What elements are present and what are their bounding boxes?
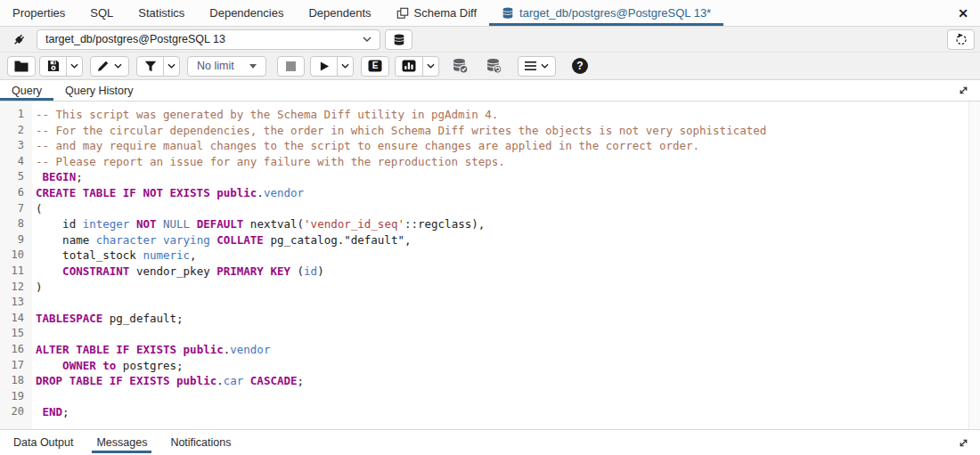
tab-query-history[interactable]: Query History [53,80,144,101]
code-line: 17 OWNER to postgres; [0,358,980,374]
line-number: 10 [0,248,32,264]
filter-icon [144,61,157,72]
line-number: 11 [0,264,32,280]
pgadmin-query-tool-window: Properties SQL Statistics Dependencies D… [0,0,980,455]
save-file-button[interactable] [39,56,67,77]
rollback-button[interactable] [480,56,507,77]
database-icon [502,6,514,20]
code-line: 4-- Please report an issue for any failu… [0,154,980,170]
tab-query[interactable]: Query [0,80,53,101]
expand-icon [958,85,969,96]
chevron-down-icon [167,63,176,69]
save-options-dropdown[interactable] [66,56,83,77]
expand-output-button[interactable] [947,430,980,455]
open-file-icon [14,61,29,72]
macro-list-icon [525,61,536,71]
chevron-down-icon [541,63,549,69]
macro-menu-button[interactable] [518,56,556,77]
code-line: 1-- This script was generated by the Sch… [0,107,980,123]
svg-text:?: ? [576,60,583,72]
svg-text:E: E [372,61,379,70]
tab-notifications[interactable]: Notifications [159,430,242,455]
edit-menu-button[interactable] [90,56,129,77]
plug-icon [11,31,28,48]
code-line: 12) [0,280,980,296]
commit-button[interactable] [446,56,473,77]
edit-pencil-icon [97,60,110,72]
code-line: 2-- For the circular dependencies, the o… [0,123,980,139]
line-number: 5 [0,169,32,185]
code-line: 20 END; [0,404,980,420]
save-icon [47,60,60,72]
code-line: 7( [0,201,980,217]
line-number: 15 [0,326,32,342]
explain-analyze-button[interactable] [395,56,423,77]
code-line: 5 BEGIN; [0,169,980,185]
code-line: 6CREATE TABLE IF NOT EXISTS public.vendo… [0,185,980,201]
tab-statistics[interactable]: Statistics [126,0,197,26]
code-line: 8 id integer NOT NULL DEFAULT nextval('v… [0,216,980,232]
explain-icon: E [368,60,382,72]
line-number: 3 [0,138,32,154]
connection-bar: target_db/postgres@PostgreSQL 13 [0,27,980,53]
chevron-down-icon [114,63,122,69]
tab-query-tool-target-db[interactable]: target_db/postgres@PostgreSQL 13* [489,0,723,26]
code-line: 13 [0,295,980,311]
explain-analyze-icon [402,60,416,72]
line-number: 1 [0,107,32,123]
connection-status-button[interactable] [5,29,32,50]
tab-sql[interactable]: SQL [78,0,126,26]
chevron-down-icon [363,37,372,42]
execute-query-button[interactable] [310,56,338,77]
help-button[interactable]: ? [567,56,593,77]
chevron-down-icon [341,63,349,69]
line-number: 4 [0,154,32,170]
chevron-down-icon [427,63,435,69]
cancel-query-button[interactable] [277,56,305,77]
main-tab-bar: Properties SQL Statistics Dependencies D… [0,0,980,27]
explain-options-dropdown[interactable] [422,56,439,77]
tab-dependencies[interactable]: Dependencies [197,0,296,26]
explain-button[interactable]: E [361,56,389,77]
macros-history-button[interactable] [947,29,975,50]
line-number: 2 [0,123,32,139]
caret-down-icon [249,64,257,69]
line-number: 13 [0,295,32,311]
line-number: 14 [0,311,32,327]
query-toolbar: No limit [0,53,980,80]
line-number: 18 [0,373,32,389]
refresh-history-icon [954,32,968,46]
line-number: 19 [0,389,32,405]
filter-button[interactable] [136,56,164,77]
code-editor[interactable]: 1-- This script was generated by the Sch… [0,102,980,429]
database-icon [393,33,405,46]
chevron-down-icon [70,63,78,69]
code-lines: 1-- This script was generated by the Sch… [0,102,980,420]
expand-editor-button[interactable] [947,80,980,101]
code-line: 11 CONSTRAINT vendor_pkey PRIMARY KEY (i… [0,264,980,280]
open-file-button[interactable] [7,56,36,77]
tab-messages[interactable]: Messages [85,430,159,455]
execute-play-icon [319,61,330,72]
close-icon[interactable]: ✕ [946,0,980,26]
execute-options-dropdown[interactable] [337,56,354,77]
code-line: 15 [0,326,980,342]
output-panel-tabs: Data Output Messages Notifications [0,429,980,455]
line-number: 7 [0,201,32,217]
expand-icon [958,437,969,449]
tab-dependents[interactable]: Dependents [296,0,383,26]
code-line: 19 [0,389,980,405]
new-connection-button[interactable] [385,29,412,50]
editor-panel-tabs: Query Query History [0,80,980,102]
rollback-icon [486,58,502,74]
row-limit-select[interactable]: No limit [187,56,266,77]
line-number: 9 [0,232,32,248]
tab-schema-diff[interactable]: Schema Diff [384,0,490,26]
tab-data-output[interactable]: Data Output [2,430,85,455]
tab-properties[interactable]: Properties [0,0,78,26]
line-number: 12 [0,280,32,296]
commit-icon [452,58,469,74]
line-number: 16 [0,342,32,358]
connection-dropdown[interactable]: target_db/postgres@PostgreSQL 13 [37,29,380,50]
filter-options-dropdown[interactable] [163,56,180,77]
